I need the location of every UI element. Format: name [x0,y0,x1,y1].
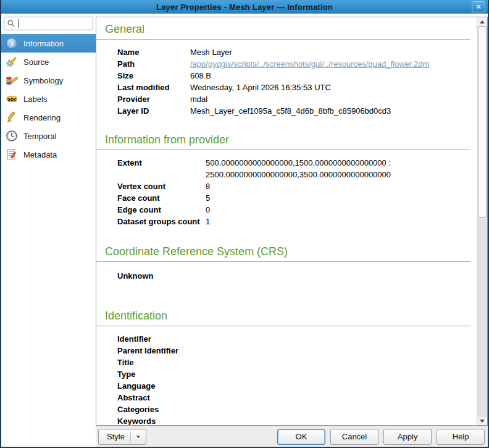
general-table: NameMesh Layer Path/app/pyqgis/scripts/.… [117,46,470,117]
table-row: Dataset groups count1 [117,216,470,227]
svg-text:abc: abc [7,96,16,102]
table-row: Edge count0 [117,204,470,216]
row-label: Keywords [117,415,470,425]
table-row: Extent500.0000000000000000,1500.00000000… [117,157,470,180]
close-button[interactable]: × [472,1,485,12]
row-label: Categories [117,404,470,415]
rendering-icon [6,111,18,124]
search-input[interactable] [21,19,90,28]
text-caret [19,19,19,28]
row-label: Face count [117,192,206,204]
information-content: General NameMesh Layer Path/app/pyqgis/s… [96,17,477,425]
section-divider [96,261,470,262]
table-row: Layer IDMesh_Layer_cef1095a_c5f8_4d6b_8b… [117,105,470,117]
information-scroll-area: General NameMesh Layer Path/app/pyqgis/s… [96,17,488,426]
sidebar-item-label: Labels [23,95,47,104]
row-value: 5 [206,192,210,204]
section-divider [96,39,470,40]
table-row: NameMesh Layer [117,46,470,58]
window-title: Layer Properties - Mesh Layer — Informat… [156,2,333,12]
section-provider-info: Information from provider Extent500.0000… [105,133,470,227]
sidebar-item-information[interactable]: i Information [1,34,96,53]
sidebar-nav: i Information Source [1,34,96,164]
style-button-label: Style [107,432,125,441]
cancel-button[interactable]: Cancel [330,429,378,445]
sidebar-item-rendering[interactable]: Rendering [1,108,96,127]
sidebar-item-metadata[interactable]: Metadata [1,145,96,164]
table-row: Last modifiedWednesday, 1 April 2026 16:… [117,82,470,93]
row-label: Abstract [117,392,470,404]
source-icon [6,56,18,68]
layer-properties-dialog: Layer Properties - Mesh Layer — Informat… [0,0,489,448]
row-label: Last modified [117,82,190,93]
crs-value: Unknown [117,270,470,282]
ok-button[interactable]: OK [277,429,325,445]
row-label: Type [117,368,470,380]
row-value: 500.0000000000000000,1500.00000000000000… [206,157,470,180]
section-general: General NameMesh Layer Path/app/pyqgis/s… [105,22,470,117]
row-label: Path [117,58,190,70]
row-value: Mesh_Layer_cef1095a_c5f8_4d6b_8bfb_c8590… [190,105,391,117]
row-label: Vertex count [117,180,206,192]
table-row: Size608 B [117,70,470,82]
dialog-body: i Information Source [1,14,488,447]
sidebar-item-labels[interactable]: abc Labels [1,90,96,108]
temporal-icon [6,130,18,142]
section-identification: Identification Identifier Parent Identif… [105,309,470,425]
row-label: Identifier [117,333,470,345]
table-row: Face count5 [117,192,470,204]
row-label: Title [117,357,470,368]
section-divider [96,326,470,326]
row-label: Parent Identifier [117,345,470,357]
sidebar: i Information Source [1,14,96,447]
metadata-icon [6,148,18,161]
search-box[interactable] [4,17,93,30]
section-heading: Information from provider [105,133,470,146]
row-label: Name [117,46,190,58]
section-heading: Coordinate Reference System (CRS) [105,245,470,258]
sidebar-item-label: Source [23,57,49,67]
sidebar-item-symbology[interactable]: Symbology [1,71,96,90]
sidebar-item-temporal[interactable]: Temporal [1,127,96,145]
search-icon [7,19,15,28]
row-value: 1 [206,216,210,227]
vertical-scrollbar[interactable] [477,17,487,425]
row-label: Extent [117,157,206,180]
scroll-down-button[interactable] [477,416,487,425]
identification-table: Identifier Parent Identifier Title Type … [117,333,470,425]
row-value: mdal [190,93,207,105]
row-label: Dataset groups count [117,216,206,227]
section-divider [96,150,470,150]
button-bar: Style OK Cancel Apply Help [96,426,488,447]
sidebar-item-label: Temporal [23,132,56,141]
provider-table: Extent500.0000000000000000,1500.00000000… [117,157,470,227]
titlebar[interactable]: Layer Properties - Mesh Layer — Informat… [1,0,488,14]
sidebar-item-source[interactable]: Source [1,53,96,71]
help-button[interactable]: Help [437,429,485,445]
table-row: Path/app/pyqgis/scripts/../screenshots/g… [117,58,470,70]
sidebar-item-label: Rendering [23,113,61,122]
button-divider [130,432,131,442]
sidebar-item-label: Metadata [23,150,57,159]
row-label: Layer ID [117,105,190,117]
section-heading: Identification [105,309,470,323]
path-link[interactable]: /app/pyqgis/scripts/../screenshots/gui/.… [190,58,429,70]
symbology-icon [6,74,18,87]
row-label: Edge count [117,204,206,216]
up-arrow-icon [480,20,485,23]
row-value: Wednesday, 1 April 2026 16:35:53 UTC [190,82,331,93]
apply-button[interactable]: Apply [383,429,432,445]
row-value: 0 [206,204,210,216]
sidebar-item-label: Information [23,39,64,48]
section-crs: Coordinate Reference System (CRS) Unknow… [105,245,470,282]
scrollbar-thumb[interactable] [478,27,487,218]
row-value: 8 [206,180,210,192]
table-row: Vertex count8 [117,180,470,192]
information-icon: i [6,37,18,49]
scroll-up-button[interactable] [477,17,487,27]
row-label: Size [117,70,190,82]
row-label: Language [117,380,470,392]
scrollbar-track[interactable] [477,27,487,416]
style-button[interactable]: Style [98,429,146,445]
row-label: Provider [117,93,190,105]
